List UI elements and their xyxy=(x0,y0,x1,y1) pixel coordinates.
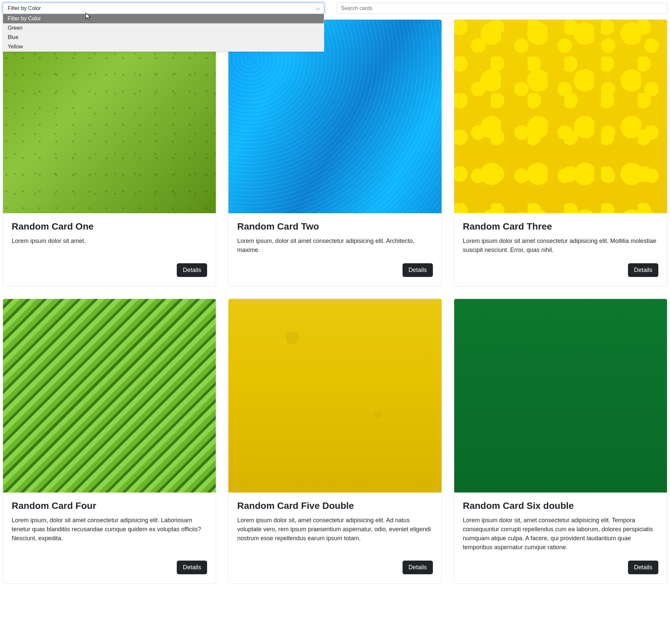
card: Random Card Five Double Lorem ipsum dolo… xyxy=(228,299,442,584)
card-title: Random Card Four xyxy=(12,500,207,511)
search-input[interactable] xyxy=(336,3,668,14)
details-button[interactable]: Details xyxy=(628,561,658,574)
card-title: Random Card Two xyxy=(237,221,432,232)
card-grid: Random Card One Lorem ipsum dolor sit am… xyxy=(3,19,667,584)
card-title: Random Card Three xyxy=(463,221,658,232)
details-button[interactable]: Details xyxy=(177,263,207,277)
details-button[interactable]: Details xyxy=(177,561,207,574)
filter-select-value: Filter by Color xyxy=(8,5,41,11)
card-image xyxy=(3,299,216,492)
filter-option[interactable]: Filter by Color xyxy=(3,14,324,23)
filter-option[interactable]: Blue xyxy=(3,33,324,42)
card-image xyxy=(228,299,441,492)
card-body: Random Card Two Lorem ipsum, dolor sit a… xyxy=(228,213,441,286)
card-text: Lorem ipsum dolor sit, amet consectetur … xyxy=(237,516,432,552)
filter-dropdown: Filter by Color Green Blue Yellow xyxy=(3,14,324,52)
card-title: Random Card Six double xyxy=(463,500,658,511)
card-footer: Details xyxy=(12,561,207,574)
filter-option[interactable]: Green xyxy=(3,23,324,33)
card-footer: Details xyxy=(237,263,432,277)
card-text: Lorem ipsum dolor sit, amet consectetur … xyxy=(463,516,658,552)
card-body: Random Card One Lorem ipsum dolor sit am… xyxy=(3,213,216,286)
filter-option[interactable]: Yellow xyxy=(3,42,324,51)
card-body: Random Card Three Lorem ipsum dolor sit … xyxy=(454,213,667,286)
card-text: Lorem ipsum, dolor sit amet consectetur … xyxy=(237,237,432,254)
details-button[interactable]: Details xyxy=(628,263,658,277)
card: Random Card Six double Lorem ipsum dolor… xyxy=(454,299,667,584)
card-footer: Details xyxy=(463,561,658,574)
filter-select-wrap: Filter by Color Filter by Color Green Bl… xyxy=(3,3,324,14)
chevron-down-icon xyxy=(316,6,320,10)
card: Random Card Four Lorem ipsum, dolor sit … xyxy=(3,299,216,584)
card-title: Random Card Five Double xyxy=(237,500,432,511)
card-image xyxy=(454,20,667,213)
card-title: Random Card One xyxy=(12,221,207,232)
card-body: Random Card Four Lorem ipsum, dolor sit … xyxy=(3,492,216,583)
details-button[interactable]: Details xyxy=(403,561,433,574)
card-text: Lorem ipsum dolor sit amet consectetur a… xyxy=(463,237,658,254)
card-image xyxy=(454,299,667,492)
card-body: Random Card Five Double Lorem ipsum dolo… xyxy=(228,492,441,583)
details-button[interactable]: Details xyxy=(403,263,433,277)
card: Random Card Three Lorem ipsum dolor sit … xyxy=(454,19,667,287)
card: Random Card One Lorem ipsum dolor sit am… xyxy=(3,19,216,287)
card-footer: Details xyxy=(12,263,207,277)
filter-select[interactable]: Filter by Color xyxy=(3,3,324,14)
card-body: Random Card Six double Lorem ipsum dolor… xyxy=(454,492,667,583)
card-text: Lorem ipsum dolor sit amet. xyxy=(12,237,207,254)
card-footer: Details xyxy=(463,263,658,277)
card-footer: Details xyxy=(237,561,432,574)
card-text: Lorem ipsum, dolor sit amet consectetur … xyxy=(12,516,207,552)
card: Random Card Two Lorem ipsum, dolor sit a… xyxy=(228,19,442,287)
